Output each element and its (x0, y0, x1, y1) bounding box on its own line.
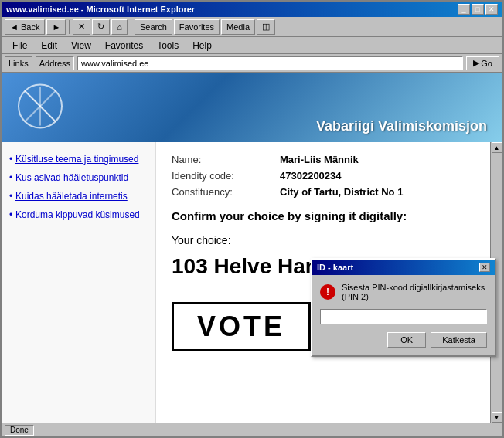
main-content: Name: Mari-Liis Männik Idendity code: 47… (156, 142, 490, 423)
menu-favorites[interactable]: Favorites (99, 39, 149, 53)
identity-value: 47302200234 (280, 170, 342, 182)
back-button[interactable]: ◄ Back (5, 19, 45, 35)
toolbar: ◄ Back ► ✕ ↻ ⌂ Search Favorites Media ◫ (2, 17, 502, 37)
address-input[interactable] (77, 56, 463, 70)
modal-close-button[interactable]: ✕ (479, 263, 490, 272)
warning-symbol: ! (326, 287, 329, 297)
modal-title-bar: ID - kaart ✕ (312, 260, 495, 275)
ok-button[interactable]: OK (387, 332, 426, 348)
status-text: Done (5, 425, 34, 436)
search-button[interactable]: Search (135, 19, 172, 35)
title-bar: www.valimised.ee - Microsoft Internet Ex… (2, 2, 502, 17)
name-value: Mari-Liis Männik (280, 154, 359, 165)
address-bar: Links Address ▶ Go (2, 54, 502, 73)
constituency-value: City of Tartu, District No 1 (280, 186, 403, 198)
refresh-button[interactable]: ↻ (92, 19, 110, 35)
toolbar-separator-2 (131, 20, 131, 34)
header-title: Vabariigi Valimiskomisjon (316, 118, 487, 134)
menu-view[interactable]: View (65, 39, 97, 53)
window-title: www.valimised.ee - Microsoft Internet Ex… (6, 5, 195, 14)
menu-file[interactable]: File (6, 39, 33, 53)
name-row: Name: Mari-Liis Männik (172, 154, 475, 165)
sidebar-link-3[interactable]: Kuidas hääletada internetis (9, 191, 148, 202)
home-button[interactable]: ⌂ (111, 19, 128, 35)
stop-button[interactable]: ✕ (73, 19, 90, 35)
forward-button[interactable]: ► (46, 19, 66, 35)
toolbar-separator-1 (69, 20, 70, 34)
address-label: Address (36, 56, 74, 70)
history-button[interactable]: ◫ (257, 19, 275, 35)
links-label: Links (5, 56, 32, 70)
maximize-button[interactable]: □ (472, 4, 484, 15)
constituency-label: Constituency: (172, 186, 280, 198)
scroll-up-button[interactable]: ▲ (492, 142, 502, 153)
scroll-down-button[interactable]: ▼ (492, 412, 502, 423)
name-label: Name: (172, 154, 280, 165)
id-kaart-dialog: ID - kaart ✕ ! Sisesta PIN-kood digiallk… (311, 258, 496, 357)
confirm-text: Confirm your choice by signing it digita… (172, 209, 475, 222)
go-label: Go (481, 59, 492, 68)
go-button[interactable]: ▶ Go (466, 56, 499, 70)
menu-tools[interactable]: Tools (151, 39, 185, 53)
cancel-button[interactable]: Katkesta (431, 332, 487, 348)
vote-button-label: VOTE (197, 311, 285, 342)
page-wrapper: Vabariigi Valimiskomisjon Küsitluse teem… (2, 73, 502, 423)
content-area: Vabariigi Valimiskomisjon Küsitluse teem… (2, 73, 502, 423)
constituency-row: Constituency: City of Tartu, District No… (172, 186, 475, 198)
your-choice-label: Your choice: (172, 234, 475, 246)
menu-help[interactable]: Help (186, 39, 218, 53)
sidebar-link-4[interactable]: Korduma kippuvad küsimused (9, 209, 148, 220)
ie-window: www.valimised.ee - Microsoft Internet Ex… (0, 0, 504, 438)
vote-button-container[interactable]: VOTE (172, 302, 311, 351)
status-bar: Done (2, 423, 502, 436)
pin-input[interactable] (320, 309, 487, 324)
minimize-button[interactable]: _ (458, 4, 470, 15)
modal-icon-row: ! Sisesta PIN-kood digiallkirjastamiseks… (320, 283, 487, 301)
menu-bar: File Edit View Favorites Tools Help (2, 37, 502, 54)
modal-body: ! Sisesta PIN-kood digiallkirjastamiseks… (312, 275, 495, 355)
modal-buttons: OK Katkesta (320, 332, 487, 348)
menu-edit[interactable]: Edit (35, 39, 63, 53)
modal-instruction: Sisesta PIN-kood digiallkirjastamiseks (… (342, 283, 487, 301)
sidebar-link-2[interactable]: Kus asivad hääletuspunktid (9, 172, 148, 183)
modal-warning-icon: ! (320, 284, 335, 300)
close-button[interactable]: ✕ (485, 4, 498, 15)
sidebar: Küsitluse teema ja tingimused Kus asivad… (2, 142, 156, 423)
favorites-button[interactable]: Favorites (174, 19, 220, 35)
modal-title: ID - kaart (317, 263, 353, 272)
logo-svg (17, 83, 63, 130)
page-body: Küsitluse teema ja tingimused Kus asivad… (2, 142, 502, 423)
window-controls: _ □ ✕ (458, 4, 498, 15)
sidebar-link-1[interactable]: Küsitluse teema ja tingimused (9, 154, 148, 165)
header-banner: Vabariigi Valimiskomisjon (2, 73, 502, 142)
identity-row: Idendity code: 47302200234 (172, 170, 475, 182)
identity-label: Idendity code: (172, 170, 280, 182)
user-info: Name: Mari-Liis Männik Idendity code: 47… (172, 154, 475, 198)
logo-container (17, 83, 63, 132)
go-arrow-icon: ▶ (473, 58, 479, 68)
media-button[interactable]: Media (221, 19, 255, 35)
